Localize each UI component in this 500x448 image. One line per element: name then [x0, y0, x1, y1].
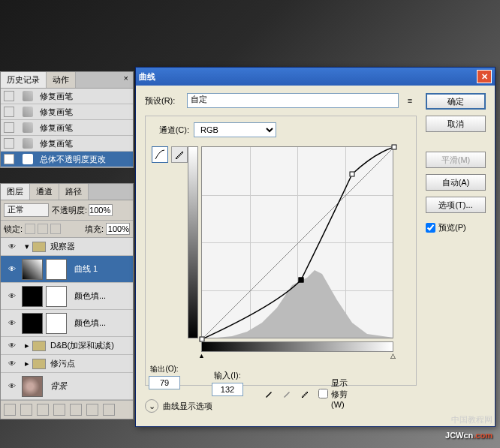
preview-check-input[interactable] [426, 223, 435, 233]
layer-mask-thumbnail[interactable] [46, 259, 67, 280]
visibility-icon[interactable] [5, 380, 19, 393]
preview-label: 预览(P) [438, 222, 466, 233]
slider-white-icon[interactable]: △ [390, 352, 396, 359]
history-label: 总体不透明度更改 [40, 154, 106, 165]
horizontal-gradient [201, 341, 393, 352]
dialog-title: 曲线 [139, 71, 155, 83]
layer-thumbnail[interactable] [22, 376, 43, 397]
history-checkbox[interactable] [4, 122, 14, 133]
layer-group-row[interactable]: ▸ 修污点 [1, 355, 133, 373]
output-label: 输出(O): [150, 364, 178, 374]
curve-point-active[interactable] [299, 278, 304, 283]
expand-icon[interactable]: ⌄ [145, 399, 158, 413]
visibility-icon[interactable] [5, 339, 19, 353]
dialog-titlebar[interactable]: 曲线 ✕ [136, 68, 495, 86]
options-button[interactable]: 选项(T)... [426, 197, 486, 213]
visibility-icon[interactable] [5, 290, 19, 303]
visibility-icon[interactable] [5, 317, 19, 330]
tab-actions[interactable]: 动作 [47, 72, 76, 88]
input-input[interactable] [212, 383, 243, 396]
brush-icon [20, 90, 35, 102]
history-checkbox[interactable] [4, 138, 14, 149]
fill-input[interactable] [106, 223, 130, 235]
panel-close-icon[interactable]: × [119, 72, 133, 88]
curves-dialog: 曲线 ✕ 预设(R): 自定 ≡ 通道(C): RGB [135, 67, 495, 427]
blend-mode-select[interactable]: 正常 [4, 203, 49, 217]
fx-icon[interactable] [20, 404, 32, 416]
chevron-right-icon[interactable]: ▸ [25, 359, 29, 368]
layer-row[interactable]: 颜色填... [1, 310, 133, 337]
preset-menu-icon[interactable]: ≡ [403, 94, 417, 107]
display-opts-label: 曲线显示选项 [163, 401, 212, 412]
eyedropper-gray-icon[interactable] [282, 386, 293, 400]
curve-point-tool[interactable] [152, 146, 168, 163]
history-item[interactable]: 修复画笔 [1, 89, 133, 104]
curve-point[interactable] [350, 172, 355, 177]
chevron-right-icon[interactable]: ▸ [25, 341, 29, 350]
output-row: 输出(O): [138, 364, 191, 389]
trash-icon[interactable] [103, 404, 115, 416]
brush-icon [20, 122, 35, 134]
clip-check-input[interactable] [318, 389, 328, 398]
tab-history[interactable]: 历史记录 [1, 72, 47, 88]
layer-thumbnail[interactable] [22, 286, 43, 307]
tab-layers[interactable]: 图层 [1, 184, 30, 200]
fill-label: 填充: [85, 224, 104, 235]
layer-mask-thumbnail[interactable] [46, 286, 67, 307]
layer-row[interactable]: 颜色填... [1, 283, 133, 310]
folder-icon [32, 242, 46, 252]
visibility-icon[interactable] [5, 263, 19, 276]
layer-thumbnail[interactable] [22, 259, 43, 280]
new-layer-icon[interactable] [86, 404, 98, 416]
preset-select[interactable]: 自定 [187, 93, 399, 108]
curve-line [202, 147, 394, 339]
mask-icon[interactable] [37, 404, 49, 416]
watermark-suffix: .com [473, 431, 492, 440]
channel-select[interactable]: RGB [194, 122, 276, 137]
history-checkbox[interactable] [4, 91, 14, 101]
dialog-body: 预设(R): 自定 ≡ 通道(C): RGB [136, 86, 495, 425]
show-clipping-checkbox[interactable]: 显示修剪(W) [318, 377, 354, 409]
curve-canvas[interactable] [201, 146, 393, 338]
layer-group-row[interactable]: ▸ D&B(加深和减淡) [1, 337, 133, 355]
eyedropper-white-icon[interactable] [300, 386, 311, 400]
layer-row[interactable]: 背景 [1, 373, 133, 400]
history-checkbox[interactable] [4, 107, 14, 117]
lock-position-icon[interactable] [38, 224, 48, 234]
opacity-input[interactable] [89, 204, 113, 216]
history-label: 修复画笔 [40, 107, 73, 118]
auto-button[interactable]: 自动(A) [426, 174, 486, 191]
link-icon[interactable] [4, 404, 16, 416]
lock-pixels-icon[interactable] [25, 224, 35, 234]
layer-group-row[interactable]: ▾ 观察器 [1, 238, 133, 256]
adjustment-icon[interactable] [53, 404, 65, 416]
tab-channels[interactable]: 通道 [30, 184, 59, 200]
history-item[interactable]: 修复画笔 [1, 136, 133, 152]
layer-label: 颜色填... [74, 290, 106, 302]
curve-pencil-tool[interactable] [171, 146, 188, 163]
new-folder-icon[interactable] [70, 404, 82, 416]
layer-row[interactable]: 曲线 1 [1, 256, 133, 283]
chevron-down-icon[interactable]: ▾ [25, 242, 29, 251]
visibility-icon[interactable] [5, 357, 19, 371]
history-item[interactable]: 修复画笔 [1, 104, 133, 120]
cancel-button[interactable]: 取消 [426, 116, 486, 132]
preview-checkbox[interactable]: 预览(P) [426, 222, 486, 233]
output-input[interactable] [149, 376, 180, 389]
layer-controls: 正常 不透明度: [1, 200, 133, 221]
layer-label: 背景 [50, 380, 67, 392]
layer-thumbnail[interactable] [22, 313, 43, 334]
eyedropper-black-icon[interactable] [264, 386, 275, 400]
history-item[interactable]: 修复画笔 [1, 120, 133, 136]
history-checkbox[interactable]: ▸ [4, 154, 14, 164]
visibility-icon[interactable] [5, 240, 19, 254]
slider-black-icon[interactable]: ▲ [198, 352, 205, 359]
layer-label: 颜色填... [74, 317, 106, 329]
history-item[interactable]: ▸ 总体不透明度更改 [1, 152, 133, 167]
lock-all-icon[interactable] [50, 224, 61, 234]
tab-paths[interactable]: 路径 [59, 184, 89, 200]
curve-point[interactable] [392, 145, 397, 150]
close-icon[interactable]: ✕ [477, 70, 492, 83]
ok-button[interactable]: 确定 [426, 93, 486, 110]
layer-mask-thumbnail[interactable] [46, 313, 67, 334]
